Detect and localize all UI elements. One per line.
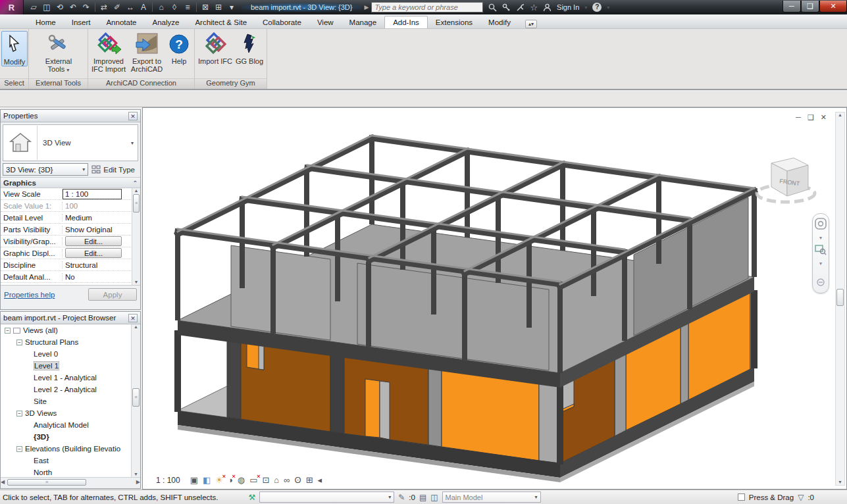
tree-item-label[interactable]: Structural Plans	[25, 338, 78, 346]
tree-item-3d[interactable]: {3D}	[1, 431, 140, 443]
tree-item-north[interactable]: North	[1, 466, 140, 477]
sign-in-button[interactable]: Sign In	[557, 3, 579, 11]
sync-icon[interactable]: ⟲	[54, 3, 66, 12]
property-value[interactable]: No	[63, 273, 140, 281]
archicad-help-button[interactable]: ? Help	[166, 31, 192, 65]
redo-icon[interactable]: ↷	[80, 3, 92, 12]
tree-item-label[interactable]: Level 2 - Analytical	[34, 386, 97, 393]
thin-lines-icon[interactable]: ≡	[182, 3, 193, 12]
application-menu-button[interactable]: R	[0, 0, 24, 14]
visual-style-icon[interactable]: ▣	[190, 475, 198, 485]
press-drag-checkbox[interactable]	[738, 493, 745, 501]
detail-level-icon[interactable]: ◧	[203, 475, 211, 485]
project-browser-close-icon[interactable]: ✕	[128, 314, 138, 322]
graphic-display-edit-button[interactable]: Edit...	[65, 248, 122, 258]
scrollbar-thumb[interactable]: ≡	[132, 388, 140, 407]
zoom-dropdown-icon[interactable]: ▾	[819, 261, 822, 266]
instance-selector[interactable]: 3D View: {3D} ▾	[3, 163, 88, 176]
text-icon[interactable]: A	[138, 3, 149, 12]
view-minimize-icon[interactable]: ─	[796, 113, 801, 122]
help-icon[interactable]: ?	[592, 3, 602, 12]
close-hidden-windows-icon[interactable]: ⊠	[199, 3, 211, 12]
properties-help-link[interactable]: Properties help	[4, 291, 55, 299]
view-close-icon[interactable]: ✕	[821, 113, 827, 122]
navbar-customize-icon[interactable]	[817, 277, 825, 289]
3d-model[interactable]	[143, 108, 846, 489]
customize-qat-icon[interactable]: ▾	[226, 3, 238, 12]
gg-blog-button[interactable]: GG Blog	[234, 31, 265, 65]
switch-windows-icon[interactable]: ⊞	[213, 3, 224, 12]
combo-dropdown-icon[interactable]: ▾	[384, 494, 391, 500]
infocenter-expander-icon[interactable]: ▶	[364, 4, 369, 11]
scroll-right-icon[interactable]: ▶	[136, 479, 140, 485]
scroll-down-icon[interactable]: ▼	[132, 280, 140, 284]
tree-item-label[interactable]: {3D}	[34, 433, 49, 441]
tab-add-ins[interactable]: Add-Ins	[384, 16, 428, 28]
scroll-up-icon[interactable]: ▲	[132, 324, 140, 329]
worksets-icon[interactable]: ⚒	[248, 493, 255, 502]
temporary-hide-isolate-icon[interactable]: ∞	[284, 475, 290, 485]
scroll-up-icon[interactable]: ▲	[836, 113, 844, 117]
restore-button[interactable]: ❑	[801, 1, 819, 13]
zoom-region-icon[interactable]	[815, 243, 827, 258]
vcb-expand-icon[interactable]: ◂	[318, 475, 322, 485]
sign-in-dropdown-icon[interactable]: ▾	[584, 5, 587, 11]
tree-item-level-2-analytical[interactable]: Level 2 - Analytical	[1, 384, 140, 395]
scrollbar-thumb[interactable]: ≡	[133, 194, 140, 213]
communication-center-icon[interactable]	[516, 3, 525, 12]
collapse-icon[interactable]: −	[5, 328, 11, 334]
tree-horizontal-scrollbar[interactable]: ◀ ≡ ▶	[1, 477, 140, 486]
property-value[interactable]: Structural	[63, 261, 140, 269]
property-row[interactable]: Discipline Structural	[1, 259, 140, 271]
scrollbar-thumb[interactable]: ≡	[7, 479, 86, 486]
close-button[interactable]: ✕	[819, 1, 847, 13]
search-input[interactable]	[371, 2, 483, 13]
view-restore-icon[interactable]: ❑	[808, 113, 814, 122]
tree-item-label[interactable]: East	[34, 457, 49, 465]
tree-item-label[interactable]: Level 0	[34, 350, 58, 358]
exclude-options-icon[interactable]: ◫	[430, 493, 438, 502]
view-cube[interactable]: FRONT	[753, 149, 819, 208]
rendering-dialog-icon[interactable]: ◍	[238, 475, 245, 485]
tree-item-label[interactable]: Level 1 - Analytical	[34, 374, 97, 382]
tree-item-structural-plans[interactable]: −Structural Plans	[1, 336, 140, 348]
tree-item-analytical-model[interactable]: Analytical Model	[1, 419, 140, 431]
tab-insert[interactable]: Insert	[64, 16, 99, 28]
tree-item-label[interactable]: Views (all)	[23, 326, 58, 334]
tab-annotate[interactable]: Annotate	[98, 16, 144, 28]
property-row[interactable]: Parts Visibility Show Original	[1, 224, 140, 236]
save-icon[interactable]: ◫	[41, 3, 53, 12]
tree-item-label[interactable]: Analytical Model	[34, 421, 89, 429]
dimension-icon[interactable]: ↔	[124, 3, 136, 12]
tab-manage[interactable]: Manage	[342, 16, 385, 28]
apply-button[interactable]: Apply	[88, 288, 137, 301]
property-row[interactable]: Visibility/Grap... Edit...	[1, 236, 140, 247]
modify-button[interactable]: Modify	[1, 31, 28, 66]
collapse-icon[interactable]: −	[16, 340, 22, 345]
tab-architect-site[interactable]: Architect & Site	[187, 16, 255, 28]
default-3d-view-icon[interactable]: ⌂	[155, 3, 167, 12]
edit-type-button[interactable]: Edit Type	[88, 165, 138, 174]
collapse-icon[interactable]: −	[16, 446, 22, 452]
collapse-icon[interactable]: −	[16, 411, 22, 416]
crop-region-icon[interactable]: ⊡	[262, 475, 269, 485]
view-scale-control[interactable]: 1 : 100	[156, 476, 180, 485]
undo-icon[interactable]: ↶	[67, 3, 79, 12]
tree-item-east[interactable]: East	[1, 455, 140, 466]
section-collapse-icon[interactable]: ⌃	[132, 180, 138, 186]
visibility-edit-button[interactable]: Edit...	[65, 236, 122, 246]
tree-item-site[interactable]: Site	[1, 395, 140, 407]
tree-item-level-1-analytical[interactable]: Level 1 - Analytical	[1, 372, 140, 384]
tree-item-label[interactable]: North	[34, 468, 52, 476]
tab-modify[interactable]: Modify	[480, 16, 519, 28]
steering-wheel-icon[interactable]	[815, 218, 827, 232]
graphics-section-header[interactable]: Graphics ⌃	[1, 177, 140, 188]
import-ifc-button[interactable]: Import IFC	[196, 31, 234, 65]
crop-view-icon[interactable]: ▭×	[249, 475, 257, 485]
combo-dropdown-icon[interactable]: ▾	[531, 494, 538, 500]
tree-item-label[interactable]: Site	[34, 397, 47, 405]
analytical-model-icon[interactable]: ⊞	[306, 475, 313, 485]
tree-item-label[interactable]: Elevations (Building Elevatio	[25, 445, 120, 453]
reveal-hidden-elements-icon[interactable]: ʘ	[295, 475, 301, 485]
type-selector[interactable]: 3D View ▾	[3, 124, 138, 161]
